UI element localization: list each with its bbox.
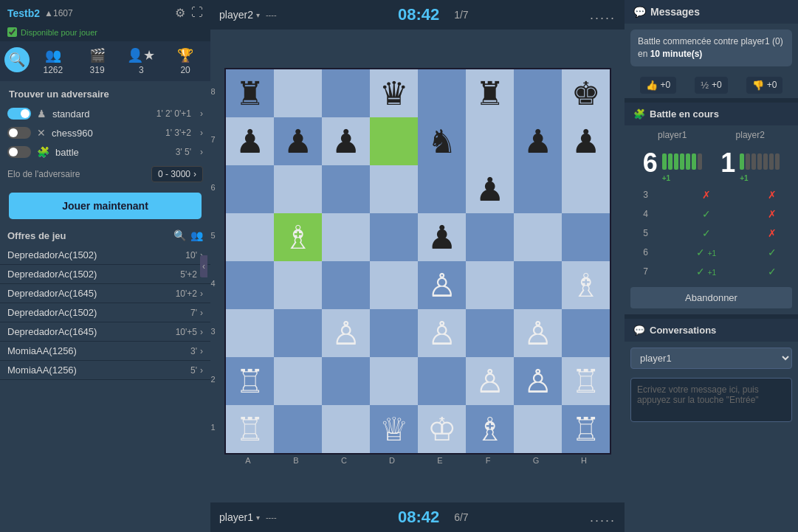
- top-menu-button[interactable]: .....: [590, 7, 616, 23]
- cell-a4[interactable]: [226, 261, 274, 309]
- cell-e4[interactable]: ♙: [418, 261, 466, 309]
- cell-a2[interactable]: ♖: [226, 357, 274, 405]
- cell-c6[interactable]: [322, 165, 370, 213]
- search-offers-icon[interactable]: 🔍: [173, 229, 186, 241]
- cell-c2[interactable]: [322, 357, 370, 405]
- cell-b4[interactable]: [274, 261, 322, 309]
- cell-f6[interactable]: ♟: [466, 165, 514, 213]
- cell-f4[interactable]: [466, 261, 514, 309]
- stat-starred[interactable]: 👤★ 3: [121, 47, 162, 75]
- settings-icon[interactable]: ⚙: [175, 6, 185, 20]
- cell-b3[interactable]: [274, 309, 322, 357]
- cell-e5[interactable]: ♟: [418, 213, 466, 261]
- cell-b5[interactable]: ♗: [274, 213, 322, 261]
- cell-g8[interactable]: [514, 69, 562, 117]
- offer-row[interactable]: DepredadorAc(1645) 10'+5 ›: [0, 322, 210, 342]
- standard-arrow[interactable]: ›: [200, 108, 203, 119]
- cell-b8[interactable]: [274, 69, 322, 117]
- cell-h6[interactable]: [562, 165, 610, 213]
- cell-g3[interactable]: ♙: [514, 309, 562, 357]
- chess960-arrow[interactable]: ›: [200, 128, 203, 138]
- offer-row[interactable]: DepredadorAc(1645) 10'+2 ›: [0, 284, 210, 303]
- cell-f3[interactable]: [466, 309, 514, 357]
- cell-a7[interactable]: ♟: [226, 117, 274, 165]
- cell-c1[interactable]: [322, 405, 370, 453]
- cell-e1[interactable]: ♔: [418, 405, 466, 453]
- cell-c8[interactable]: [322, 69, 370, 117]
- cell-c3[interactable]: ♙: [322, 309, 370, 357]
- cell-e2[interactable]: [418, 357, 466, 405]
- collapse-button[interactable]: ‹: [200, 255, 207, 277]
- offer-row[interactable]: MomiaAA(1256) 5' ›: [0, 361, 210, 380]
- cell-d3[interactable]: [370, 309, 418, 357]
- offer-row[interactable]: DepredadorAc(1502) 7' ›: [0, 303, 210, 322]
- elo-value[interactable]: 0 - 3000 ›: [151, 166, 203, 182]
- cell-d8[interactable]: ♛: [370, 69, 418, 117]
- cell-d2[interactable]: [370, 357, 418, 405]
- cell-d4[interactable]: [370, 261, 418, 309]
- cell-h1[interactable]: ♖: [562, 405, 610, 453]
- top-player-chevron[interactable]: ▾: [256, 11, 260, 19]
- cell-d1[interactable]: ♕: [370, 405, 418, 453]
- offer-row[interactable]: DepredadorAc(1502) 10' ›: [0, 246, 210, 265]
- standard-toggle[interactable]: [7, 108, 31, 120]
- play-button[interactable]: Jouer maintenant: [9, 193, 202, 219]
- cell-a5[interactable]: [226, 213, 274, 261]
- cell-f7[interactable]: [466, 117, 514, 165]
- cell-g2[interactable]: ♙: [514, 357, 562, 405]
- battle-arrow[interactable]: ›: [200, 147, 203, 157]
- available-checkbox[interactable]: [7, 27, 17, 37]
- cell-f2[interactable]: ♙: [466, 357, 514, 405]
- cell-g4[interactable]: [514, 261, 562, 309]
- player-select[interactable]: player1: [630, 348, 792, 369]
- stat-games[interactable]: 🎬 319: [77, 47, 118, 75]
- cell-a8[interactable]: ♜: [226, 69, 274, 117]
- stat-friends[interactable]: 👥 1262: [32, 47, 74, 75]
- cell-h8[interactable]: ♚: [562, 69, 610, 117]
- cell-b2[interactable]: [274, 357, 322, 405]
- half-point-button[interactable]: ½ +0: [695, 77, 728, 94]
- cell-g7[interactable]: ♟: [514, 117, 562, 165]
- cell-f1[interactable]: ♗: [466, 405, 514, 453]
- stat-trophies[interactable]: 🏆 20: [165, 47, 206, 75]
- cell-f5[interactable]: [466, 213, 514, 261]
- cell-a1[interactable]: ♖: [226, 405, 274, 453]
- cell-g5[interactable]: [514, 213, 562, 261]
- cell-d7[interactable]: [370, 117, 418, 165]
- cell-g6[interactable]: [514, 165, 562, 213]
- cell-e7[interactable]: ♞: [418, 117, 466, 165]
- cell-c4[interactable]: [322, 261, 370, 309]
- cell-b1[interactable]: [274, 405, 322, 453]
- bottom-player-chevron[interactable]: ▾: [256, 514, 260, 522]
- chess960-toggle[interactable]: [7, 127, 31, 139]
- chess-board[interactable]: ♜ ♛ ♜ ♚ ♟ ♟ ♟ ♞: [224, 68, 611, 455]
- cell-h5[interactable]: [562, 213, 610, 261]
- cell-a3[interactable]: [226, 309, 274, 357]
- thumbs-down-button[interactable]: 👎 +0: [746, 77, 783, 94]
- chat-input-area[interactable]: Ecrivez votre message ici, puis appuyez …: [630, 378, 792, 422]
- thumbs-up-button[interactable]: 👍 +0: [640, 77, 677, 94]
- offer-row[interactable]: DepredadorAc(1502) 5'+2 ›: [0, 265, 210, 284]
- cell-c7[interactable]: ♟: [322, 117, 370, 165]
- abandon-button[interactable]: Abandonner: [630, 287, 792, 308]
- battle-toggle[interactable]: [7, 146, 31, 158]
- cell-f8[interactable]: ♜: [466, 69, 514, 117]
- bottom-menu-button[interactable]: .....: [590, 510, 616, 525]
- cell-e3[interactable]: ♙: [418, 309, 466, 357]
- cell-b6[interactable]: [274, 165, 322, 213]
- cell-d6[interactable]: [370, 165, 418, 213]
- cell-a6[interactable]: [226, 165, 274, 213]
- cell-h7[interactable]: ♟: [562, 117, 610, 165]
- cell-h2[interactable]: ♖: [562, 357, 610, 405]
- cell-h3[interactable]: [562, 309, 610, 357]
- cell-d5[interactable]: [370, 213, 418, 261]
- cell-c5[interactable]: [322, 213, 370, 261]
- cell-h4[interactable]: ♗: [562, 261, 610, 309]
- cell-e6[interactable]: [418, 165, 466, 213]
- filter-offers-icon[interactable]: 👥: [190, 229, 203, 241]
- cell-e8[interactable]: [418, 69, 466, 117]
- offer-row[interactable]: MomiaAA(1256) 3' ›: [0, 342, 210, 361]
- search-stat[interactable]: 🔍: [4, 47, 30, 72]
- cell-g1[interactable]: [514, 405, 562, 453]
- expand-icon[interactable]: ⛶: [191, 6, 203, 20]
